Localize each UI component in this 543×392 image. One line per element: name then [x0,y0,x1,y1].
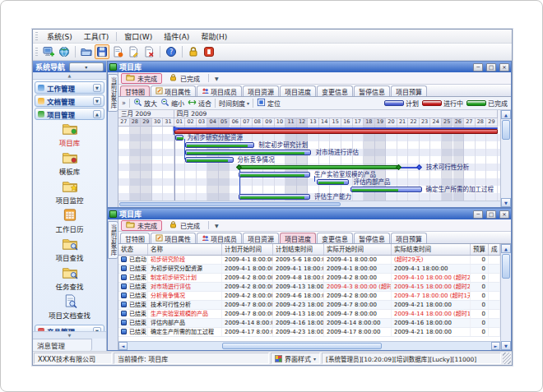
tab-甘特图[interactable]: 甘特图 [120,85,150,96]
scrollbar-thumb[interactable] [222,343,382,349]
tab-项目预算[interactable]: 项目预算 [391,85,427,96]
sidebar-item-0[interactable]: 项目库 [35,122,104,147]
column-header-4[interactable]: 实际开始时间 [324,244,392,255]
menu-item-2[interactable]: 窗口(W) [118,30,158,43]
sidebar-item-3[interactable]: 工作日历 [35,208,104,233]
定位-button[interactable]: 定位 [257,98,281,108]
tab-项目属性[interactable]: 项目属性 [151,85,196,96]
table-row[interactable]: 已启动初步研究阶段2009-4-1 8:00:002009-5-6 18:00:… [118,256,500,265]
column-header-0[interactable]: 状态 [118,244,148,255]
适合-button[interactable]: 适合 [188,98,211,108]
tab-项目进度[interactable]: 项目进度 [280,233,316,243]
缩小-button[interactable]: 缩小 [160,98,184,108]
collapse-icon[interactable]: ▲ [93,110,101,118]
scrollbar-thumb[interactable] [502,120,510,140]
sidebar-item-1[interactable]: 模板库 [35,150,104,176]
folder-open-icon[interactable] [79,44,94,59]
filter-tab-0[interactable]: 未完成 [121,73,162,84]
globe-icon[interactable] [57,44,72,59]
column-header-6[interactable]: 预算 [471,244,489,255]
table-row[interactable]: 已结束评估内部产品2009-4-14 8:00:002009-4-16 18:0… [118,319,500,328]
lock-icon[interactable] [186,44,201,59]
scroll-down-icon[interactable]: ▼ [501,341,511,350]
gantt-task-bar[interactable] [175,135,183,141]
menu-item-1[interactable]: 工具(T) [78,30,115,43]
scrollbar-thumb[interactable] [119,202,341,206]
doc-new-icon[interactable] [110,44,125,59]
doc-edit-icon[interactable] [126,44,141,59]
tab-甘特图[interactable]: 甘特图 [120,233,150,243]
expand-icon[interactable]: ▼ [93,84,101,92]
menu-item-0[interactable]: 系统(S) [41,30,78,43]
sidebar-scroll-down[interactable]: ▼ [33,331,106,339]
summary-done-bar[interactable] [239,165,398,169]
gantt-vertical-scrollbar[interactable]: ▲ ▼ [500,110,511,207]
menu-item-3[interactable]: 插件(A) [158,30,195,43]
tab-变更信息[interactable]: 变更信息 [317,85,353,96]
scroll-left-icon[interactable]: ◄ [118,342,128,350]
maximize-button[interactable]: □ [486,210,496,219]
scrollbar-thumb[interactable] [502,254,510,279]
scroll-up-icon[interactable]: ▲ [501,110,511,119]
gantt-task-bar[interactable] [185,157,233,163]
sidebar-scroll-up[interactable]: ▲ [33,72,106,80]
ui-style-dropdown[interactable]: 界面样式 ▾ [271,353,320,364]
table-row[interactable]: 已结束生产实验室规模的产品2009-4-7 8:00:002009-4-13 1… [118,310,500,319]
tab-项目成员[interactable]: 项目成员 [197,233,242,243]
current-object-vertical-tab[interactable]: 当前对象库 [108,219,118,350]
scroll-up-icon[interactable]: ▲ [501,244,511,253]
tab-message-management[interactable]: 消息管理 [33,339,92,351]
minimize-button[interactable]: ─ [473,63,483,71]
scroll-down-icon[interactable]: ▼ [501,198,511,207]
gantt-task-bar[interactable] [350,187,422,192]
tab-项目属性[interactable]: 项目属性 [151,233,196,243]
sidebar-section-2[interactable]: 项目管理▲ [35,108,104,120]
resize-grip[interactable] [503,353,511,364]
table-row[interactable]: 已结束技术可行性分析2009-4-7 8:00:002009-4-23 18:0… [118,301,500,310]
gantt-task-bar[interactable] [239,194,310,200]
window-title-bar[interactable]: 项目库 ─ □ × [108,209,511,219]
sidebar-title-bar[interactable]: 系统导航 ▾ [33,61,106,72]
table-row[interactable]: 已结束为初步研究分配资源2009-4-1 8:00:002009-4-1 18:… [118,265,500,274]
current-object-vertical-tab[interactable]: 当前对象库 [108,72,118,207]
toolbar-grip[interactable] [35,48,38,57]
sidebar-item-6[interactable]: 项目文档查找 [35,294,104,320]
gantt-task-bar[interactable] [239,172,310,178]
table-row[interactable]: 已结束对市场进行评估2009-4-2 8:00:002009-4-13 18:0… [118,283,500,292]
tab-暂停信息[interactable]: 暂停信息 [354,233,390,243]
sidebar-section-0[interactable]: 工作管理▼ [35,81,104,94]
menu-item-4[interactable]: 帮助(H) [195,30,233,43]
chevron-down-icon[interactable]: ▼ [212,223,221,228]
table-row[interactable]: 已结束制定初步研究计划2009-4-2 8:00:002009-4-8 18:0… [118,274,500,283]
时间刻度-button[interactable]: 时间刻度▾ [219,99,249,108]
column-header-2[interactable]: 计划开始时间 [222,244,273,255]
tab-项目预算[interactable]: 项目预算 [391,233,427,243]
exit-icon[interactable] [202,44,216,59]
chevron-down-icon[interactable]: ▼ [212,76,221,81]
help-icon[interactable]: ? [164,44,179,59]
gantt-task-bar[interactable] [185,150,311,155]
放大-button[interactable]: 放大 [133,98,157,108]
filter-tab-1[interactable]: 已完成 [164,220,205,231]
overflow-chevron-icon[interactable]: » [122,99,126,107]
close-button[interactable]: × [499,63,509,71]
scroll-right-icon[interactable]: ► [491,342,500,350]
sidebar-section-3[interactable]: 产品管理▼ [35,325,104,331]
gantt-horizontal-scrollbar[interactable] [118,201,500,207]
tab-项目资源[interactable]: 项目资源 [243,85,279,96]
menu-grip[interactable] [35,32,38,41]
filter-tab-1[interactable]: 已完成 [164,73,205,84]
table-vertical-scrollbar[interactable]: ▲ ▼ [500,244,511,350]
minimize-button[interactable]: ─ [473,210,483,219]
doc-delete-icon[interactable] [142,44,156,59]
tab-项目成员[interactable]: 项目成员 [197,85,242,96]
close-button[interactable]: × [499,210,509,219]
tab-暂停信息[interactable]: 暂停信息 [354,85,390,96]
gantt-grid[interactable]: 为初步研究分配资源制定初步研究计划对市场进行评估分析竞争情况技术可行性分析生产实… [118,127,500,201]
table-row[interactable]: 已结束分析竞争情况2009-4-2 8:00:002009-4-6 18:00:… [118,292,500,301]
column-header-7[interactable]: 成 [489,244,500,255]
computer-add-icon[interactable] [41,44,56,59]
table-header[interactable]: 状态名称计划开始时间计划结束时间实际开始时间实际结束时间预算成 [118,244,500,256]
gantt-task-bar[interactable] [317,179,349,185]
expand-icon[interactable]: ▼ [93,97,101,105]
